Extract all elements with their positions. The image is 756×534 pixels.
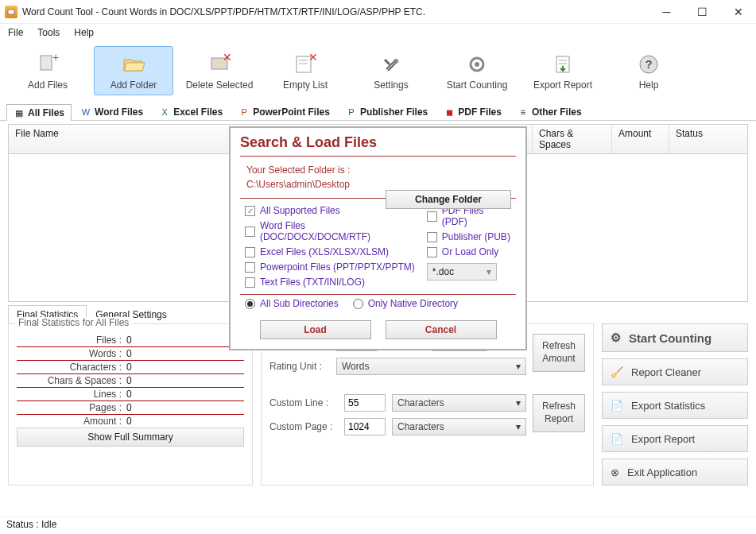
word-icon: W [80, 106, 91, 118]
pub-icon: P [346, 106, 357, 118]
settings-icon [379, 52, 403, 76]
toolbar-empty-list[interactable]: ✕ Empty List [266, 46, 345, 95]
maximize-button[interactable]: ☐ [684, 0, 720, 24]
svg-text:?: ? [645, 57, 652, 71]
broom-icon: 🧹 [611, 366, 623, 378]
chk-word[interactable]: Word Files (DOC/DOCX/DOCM/RTF) [245, 220, 417, 242]
rating-unit-select[interactable]: Words▾ [336, 358, 526, 375]
tab-all-files[interactable]: ▦All Files [6, 104, 72, 121]
custom-line-input[interactable] [344, 394, 386, 412]
window-title: Word Count Tool - Count Words in DOC/XLS… [22, 6, 649, 17]
refresh-amount-button[interactable]: Refresh Amount [533, 334, 585, 372]
svg-rect-1 [41, 56, 52, 70]
minimize-button[interactable]: ─ [649, 0, 684, 24]
report-cleaner-button[interactable]: 🧹Report Cleaner [602, 358, 748, 385]
custom-page-unit-select[interactable]: Characters▾ [392, 418, 526, 435]
add-file-icon: + [36, 52, 60, 76]
refresh-report-button[interactable]: Refresh Report [533, 394, 585, 432]
tab-ppt-files[interactable]: PPowerPoint Files [231, 103, 337, 120]
menu-help[interactable]: Help [74, 27, 94, 38]
close-icon: ⊗ [611, 466, 619, 478]
custom-page-input[interactable] [344, 418, 386, 435]
chk-pub[interactable]: Publisher (PUB) [427, 231, 511, 242]
export-statistics-button[interactable]: 📄Export Statistics [602, 392, 748, 419]
radio-native-dir[interactable]: Only Native Directory [353, 298, 458, 309]
app-icon [5, 6, 17, 18]
gear-icon: ⚙ [611, 331, 621, 345]
cancel-button[interactable]: Cancel [386, 320, 497, 339]
radio-all-subdir[interactable]: All Sub Directories [245, 298, 339, 309]
load-button[interactable]: Load [260, 320, 371, 339]
tab-other-files[interactable]: ≡Other Files [510, 103, 589, 120]
rating-unit-label: Rating Unit : [269, 361, 330, 372]
tab-publisher-files[interactable]: PPublisher Files [339, 103, 435, 120]
show-full-summary-button[interactable]: Show Full Summary [17, 428, 244, 447]
close-button[interactable]: ✕ [720, 0, 756, 24]
export-icon: 📄 [611, 433, 623, 445]
menu-file[interactable]: File [8, 27, 23, 38]
col-amount[interactable]: Amount [612, 125, 669, 153]
svg-rect-0 [8, 10, 14, 14]
col-status[interactable]: Status [669, 125, 747, 153]
start-counting-button[interactable]: ⚙Start Counting [602, 323, 748, 352]
empty-list-icon: ✕ [293, 52, 317, 76]
custom-line-label: Custom Line : [269, 397, 338, 408]
col-chars-spaces[interactable]: Chars & Spaces [533, 125, 612, 153]
custom-line-unit-select[interactable]: Characters▾ [392, 394, 526, 412]
svg-point-9 [394, 59, 398, 64]
doc-icon: ▦ [14, 107, 25, 118]
toolbar-export-report[interactable]: Export Report [523, 46, 603, 95]
pdf-icon: ◼ [444, 106, 455, 118]
excel-icon: X [159, 106, 170, 118]
tab-word-files[interactable]: WWord Files [73, 103, 150, 120]
toolbar-settings[interactable]: Settings [351, 46, 431, 95]
export-icon [551, 52, 575, 76]
toolbar-help[interactable]: ? Help [609, 46, 688, 95]
chk-excel[interactable]: Excel Files (XLS/XLSX/XLSM) [245, 246, 417, 257]
custom-page-label: Custom Page : [269, 421, 338, 432]
chk-ppt[interactable]: Powerpoint Files (PPT/PPTX/PPTM) [245, 261, 417, 273]
help-icon: ? [637, 52, 661, 76]
svg-text:✕: ✕ [223, 53, 231, 64]
svg-point-11 [475, 62, 479, 67]
toolbar-add-files[interactable]: + Add Files [8, 46, 87, 95]
menu-tools[interactable]: Tools [37, 27, 60, 38]
chk-text[interactable]: Text Files (TXT/INI/LOG) [245, 277, 417, 288]
svg-text:✕: ✕ [308, 53, 316, 64]
export-report-button[interactable]: 📄Export Report [602, 425, 748, 452]
export-icon: 📄 [611, 400, 623, 412]
final-statistics-panel: Final Statistics for All Files Files :0 … [8, 323, 253, 486]
search-load-modal: Search & Load Files Your Selected Folder… [229, 126, 527, 350]
exit-application-button[interactable]: ⊗Exit Application [602, 459, 748, 486]
status-bar: Status : Idle [0, 517, 756, 534]
modal-title: Search & Load Files [231, 128, 525, 156]
menubar: File Tools Help [0, 24, 756, 41]
delete-icon: ✕ [207, 52, 231, 76]
tab-pdf-files[interactable]: ◼PDF Files [436, 103, 509, 120]
tab-excel-files[interactable]: XExcel Files [152, 103, 230, 120]
toolbar-delete-selected[interactable]: ✕ Delete Selected [180, 46, 259, 95]
toolbar-start-counting[interactable]: Start Counting [437, 46, 517, 95]
toolbar-add-folder[interactable]: Add Folder [94, 46, 173, 95]
gear-icon [465, 52, 489, 76]
chk-orload[interactable]: Or Load Only [427, 246, 511, 257]
ext-select[interactable]: *.doc▾ [427, 263, 497, 281]
svg-text:+: + [52, 53, 59, 64]
ppt-icon: P [238, 106, 250, 118]
other-icon: ≡ [518, 106, 529, 118]
change-folder-button[interactable]: Change Folder [386, 190, 511, 209]
folder-icon [122, 52, 145, 76]
